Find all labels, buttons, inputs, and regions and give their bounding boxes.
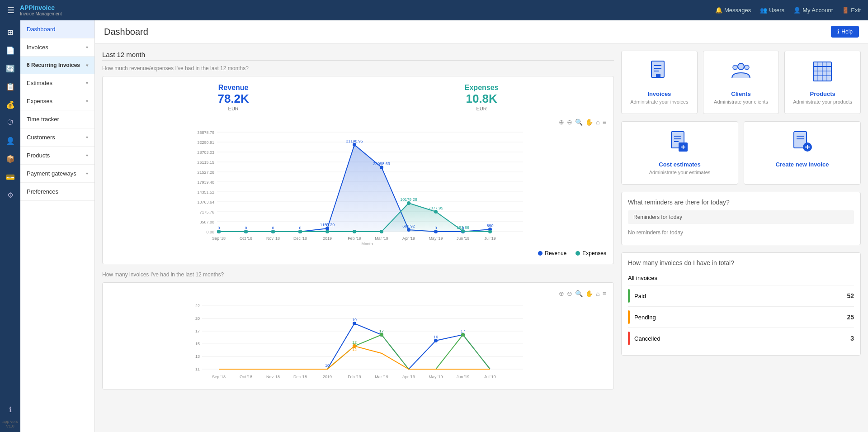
sidebar-icon-expenses[interactable]: 💰 (2, 96, 19, 113)
pan-icon2[interactable]: ✋ (585, 290, 593, 297)
chevron-down-icon-customers: ▾ (86, 135, 88, 140)
quicklink-cost-estimates[interactable]: Cost estimates Administrate your estimat… (621, 121, 738, 185)
svg-text:10763.64: 10763.64 (197, 200, 214, 204)
svg-text:Dec '18: Dec '18 (293, 375, 307, 379)
sidebar-icon-invoices[interactable]: 📄 (2, 42, 19, 58)
zoom-out-icon[interactable]: ⊖ (567, 119, 572, 126)
svg-text:10: 10 (325, 363, 330, 368)
svg-point-56 (461, 229, 465, 233)
sidebar-icon-payment[interactable]: 💳 (2, 169, 19, 185)
create-invoice-icon (749, 131, 856, 157)
cost-estimates-icon (626, 131, 733, 157)
sidebar-icon-products[interactable]: 📦 (2, 151, 19, 167)
my-account-link[interactable]: 👤 My Account (793, 7, 833, 14)
svg-text:17: 17 (379, 329, 384, 333)
svg-text:0: 0 (299, 226, 301, 230)
quicklink-create-invoice[interactable]: Create new Invoice (744, 121, 861, 185)
sidebar-item-customers[interactable]: Customers ▾ (20, 128, 94, 147)
sidebar-icon-timetracker[interactable]: ⏱ (2, 114, 19, 131)
paid-label-wrap: Paid (628, 289, 646, 303)
quicklink-products-sub: Administrate your products (789, 99, 856, 104)
users-link[interactable]: 👥 Users (760, 7, 784, 14)
dashboard-header: Dashboard ℹ Help (95, 20, 868, 43)
chart-toolbar: ⊕ ⊖ 🔍 ✋ ⌂ ≡ (110, 119, 606, 126)
menu-icon[interactable]: ≡ (603, 119, 606, 126)
quicklink-clients-sub: Administrate your clients (708, 99, 774, 104)
zoom-in-icon2[interactable]: ⊕ (559, 290, 564, 297)
svg-text:22: 22 (195, 304, 200, 308)
topnav: ☰ APPInvoice Invoice Management 🔔 Messag… (0, 0, 868, 20)
invoice-icon (626, 60, 693, 87)
all-invoices-label: All invoices (628, 275, 657, 281)
hamburger-button[interactable]: ☰ (7, 5, 14, 15)
menu-icon2[interactable]: ≡ (603, 290, 606, 297)
clients-icon (708, 60, 774, 87)
brand: APPInvoice Invoice Management (20, 4, 62, 16)
svg-text:31198.95: 31198.95 (346, 139, 363, 143)
legend-revenue: Revenue (538, 250, 566, 256)
sidebar-icon-dashboard[interactable]: ⊞ (2, 24, 19, 40)
svg-text:32290.91: 32290.91 (197, 140, 214, 145)
quicklink-products[interactable]: Products Administrate your products (784, 51, 861, 114)
cancelled-count: 3 (850, 335, 854, 342)
sidebar-icon-customers[interactable]: 👤 (2, 133, 19, 149)
all-invoices-row: All invoices (628, 271, 854, 285)
svg-text:14351.52: 14351.52 (197, 190, 214, 195)
messages-link[interactable]: 🔔 Messages (715, 7, 751, 14)
section-title-12month: Last 12 month (102, 51, 614, 58)
users-label: Users (769, 7, 784, 14)
sidebar-item-recurring[interactable]: 6 Recurring Invoices ▾ (20, 57, 94, 74)
reminders-card: What reminders are there for today? Remi… (621, 192, 861, 245)
sidebar-label-timetracker: Time tracker (27, 116, 59, 123)
svg-text:Feb '19: Feb '19 (348, 236, 361, 241)
search-icon2[interactable]: 🔍 (575, 290, 583, 297)
legend-expenses: Expenses (576, 250, 606, 256)
sidebar-item-products[interactable]: Products ▾ (20, 147, 94, 165)
chevron-down-icon-estimates: ▾ (86, 81, 88, 85)
quicklink-clients[interactable]: Clients Administrate your clients (703, 51, 779, 114)
sidebar-item-invoices[interactable]: Invoices ▾ (20, 38, 94, 57)
home-icon2[interactable]: ⌂ (596, 290, 599, 297)
svg-point-96 (461, 333, 465, 337)
svg-text:28703.03: 28703.03 (197, 150, 214, 155)
exit-link[interactable]: 🚪 Exit (842, 7, 861, 14)
sidebar-icon-info[interactable]: ℹ (2, 401, 19, 418)
quicklink-invoices[interactable]: Invoices Administrate your invoices (621, 51, 698, 114)
sidebar-item-expenses[interactable]: Expenses ▾ (20, 92, 94, 110)
svg-point-27 (326, 227, 329, 230)
sidebar-label-expenses: Expenses (27, 98, 52, 104)
chevron-down-icon-products: ▾ (86, 153, 88, 158)
sidebar-item-dashboard[interactable]: Dashboard (20, 20, 94, 38)
svg-text:12: 12 (352, 347, 357, 352)
cancelled-label-wrap: Cancelled (628, 332, 660, 345)
zoom-out-icon2[interactable]: ⊖ (567, 290, 572, 297)
svg-text:Oct '18: Oct '18 (240, 375, 252, 379)
legend-expenses-label: Expenses (582, 250, 606, 256)
sidebar-bottom: ℹ app vers V1.0 (0, 401, 20, 428)
home-icon[interactable]: ⌂ (596, 119, 599, 126)
sidebar-item-payment[interactable]: Payment gateways ▾ (20, 165, 94, 183)
svg-text:Apr '19: Apr '19 (402, 236, 415, 241)
invoice-count-title: How many invoices do I have in total? (628, 259, 854, 266)
sidebar-icon-preferences[interactable]: ⚙ (2, 187, 19, 203)
quick-links-top: Invoices Administrate your invoices (621, 51, 861, 114)
revenue-chart-svg-wrap: 35878.79 32290.91 28703.03 25115.15 2152… (110, 128, 606, 247)
pending-count: 25 (847, 313, 854, 321)
help-button[interactable]: ℹ Help (831, 26, 859, 38)
sidebar-label-recurring: 6 Recurring Invoices (27, 62, 80, 68)
pan-icon[interactable]: ✋ (585, 119, 593, 126)
svg-rect-117 (656, 74, 660, 77)
sidebar-item-preferences[interactable]: Preferences (20, 183, 94, 201)
sidebar-icon-estimates[interactable]: 📋 (2, 78, 19, 95)
no-reminder-text: No reminders for today (628, 227, 854, 238)
sidebar-item-estimates[interactable]: Estimates ▾ (20, 74, 94, 92)
sidebar-item-timetracker[interactable]: Time tracker (20, 110, 94, 128)
svg-text:Jun '19: Jun '19 (457, 375, 470, 379)
search-icon[interactable]: 🔍 (575, 119, 583, 126)
bell-icon: 🔔 (715, 7, 722, 14)
zoom-in-icon[interactable]: ⊕ (559, 119, 564, 126)
sidebar-icon-recurring[interactable]: 🔄 (2, 60, 19, 76)
quicklink-clients-title: Clients (708, 90, 774, 97)
dashboard-right: Invoices Administrate your invoices (621, 51, 861, 397)
svg-text:2019: 2019 (323, 236, 332, 241)
